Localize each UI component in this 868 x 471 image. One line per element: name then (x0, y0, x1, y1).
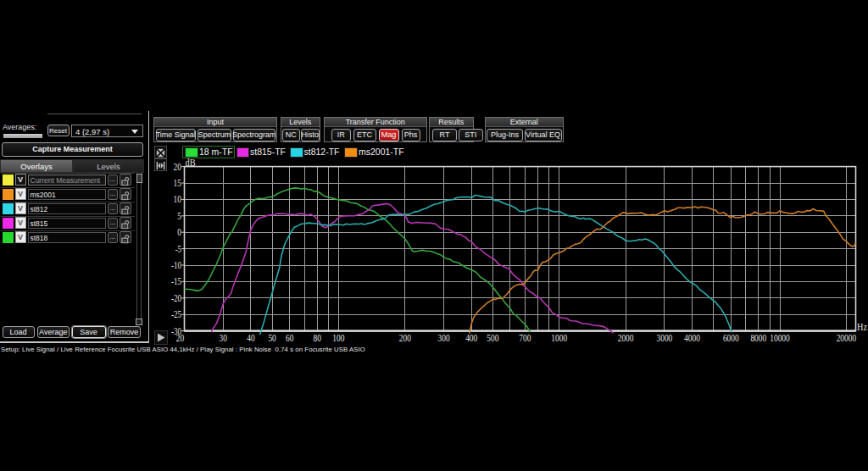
svg-text:500: 500 (487, 332, 498, 344)
svg-text:-15: -15 (171, 275, 181, 287)
svg-text:3000: 3000 (657, 332, 673, 344)
svg-text:10: 10 (174, 193, 181, 205)
svg-text:200: 200 (399, 332, 411, 344)
svg-text:5: 5 (177, 210, 181, 222)
svg-text:-10: -10 (171, 259, 181, 271)
svg-text:0: 0 (177, 226, 181, 238)
svg-text:80: 80 (314, 332, 321, 344)
svg-text:Hz: Hz (857, 322, 867, 332)
svg-text:15: 15 (174, 177, 181, 189)
svg-text:6000: 6000 (723, 332, 739, 344)
svg-text:300: 300 (438, 332, 450, 344)
svg-text:50: 50 (268, 332, 275, 344)
svg-text:-20: -20 (171, 292, 181, 304)
svg-text:60: 60 (286, 332, 293, 344)
svg-text:10000: 10000 (770, 332, 790, 344)
svg-text:400: 400 (465, 332, 477, 344)
svg-text:8000: 8000 (750, 332, 766, 344)
svg-text:20000: 20000 (837, 332, 857, 344)
svg-text:20: 20 (174, 161, 181, 173)
svg-text:2000: 2000 (618, 332, 634, 344)
svg-text:4000: 4000 (684, 332, 700, 344)
svg-text:dB: dB (186, 158, 196, 168)
svg-text:40: 40 (247, 332, 254, 344)
svg-text:-25: -25 (171, 308, 181, 320)
svg-text:1000: 1000 (551, 332, 567, 344)
svg-text:20: 20 (176, 332, 184, 344)
svg-text:700: 700 (519, 332, 531, 344)
svg-text:-5: -5 (175, 243, 181, 255)
svg-text:30: 30 (220, 332, 227, 344)
svg-text:100: 100 (332, 332, 344, 344)
